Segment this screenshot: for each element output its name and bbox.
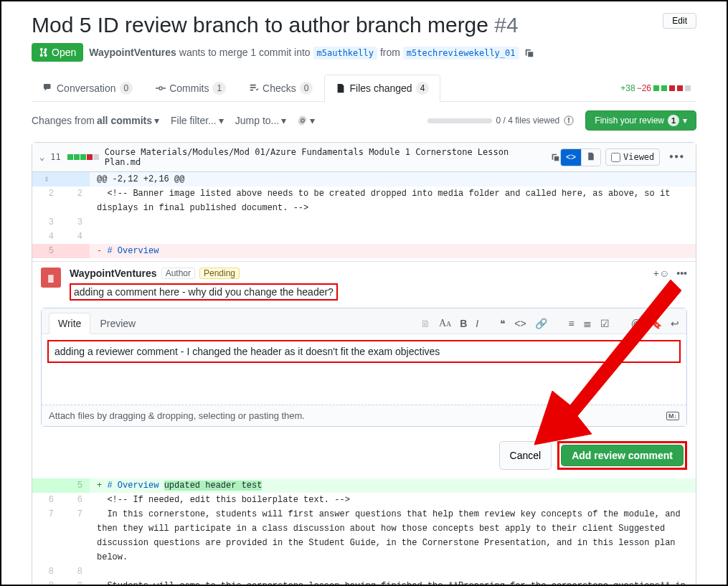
quote-icon[interactable]: ❝ bbox=[500, 318, 506, 329]
file-icon bbox=[587, 152, 595, 161]
copy-icon[interactable] bbox=[524, 48, 534, 58]
info-icon[interactable] bbox=[564, 115, 574, 126]
bullet-list-icon[interactable]: ≡ bbox=[569, 318, 575, 329]
write-tab[interactable]: Write bbox=[49, 313, 90, 334]
file-menu-button[interactable]: ••• bbox=[664, 149, 689, 165]
link-icon[interactable]: 🔗 bbox=[535, 318, 547, 329]
markdown-icon[interactable]: M↓ bbox=[666, 412, 679, 420]
file-path[interactable]: Course Materials/Modules/Mod 01/Azure Fu… bbox=[105, 147, 545, 167]
copy-icon[interactable] bbox=[551, 153, 560, 162]
tab-checks[interactable]: Checks0 bbox=[237, 75, 324, 101]
author-badge: Author bbox=[161, 268, 195, 279]
attach-files-bar[interactable]: Attach files by dragging & dropping, sel… bbox=[42, 405, 686, 426]
reference-icon[interactable]: ↩ bbox=[671, 318, 679, 329]
source-view-button[interactable]: <> bbox=[561, 149, 582, 166]
finish-review-button[interactable]: Finish your review1 ▾ bbox=[585, 110, 696, 131]
file-line-count: 11 bbox=[50, 152, 60, 162]
comment-menu-button[interactable]: ••• bbox=[676, 268, 687, 279]
comment-author[interactable]: WaypointVentures bbox=[70, 268, 157, 279]
tab-commits[interactable]: Commits1 bbox=[144, 75, 237, 101]
checklist-icon bbox=[249, 83, 259, 93]
existing-comment: adding a comment here - why did you chan… bbox=[70, 283, 338, 301]
bold-icon[interactable]: B bbox=[460, 318, 467, 329]
number-list-icon[interactable]: ≣ bbox=[583, 318, 592, 329]
pr-number: #4 bbox=[494, 13, 518, 37]
file-collapse-toggle[interactable]: ⌄ bbox=[39, 152, 44, 162]
comment-form: Write Preview 🗎 AA B I ❝ <> 🔗 ≡ ≣ ☑ @ bbox=[41, 308, 687, 427]
base-branch[interactable]: m5authkelly bbox=[313, 47, 377, 60]
svg-point-0 bbox=[159, 87, 162, 90]
preview-tab[interactable]: Preview bbox=[90, 313, 145, 334]
add-reaction-button[interactable]: +☺ bbox=[653, 268, 669, 279]
merge-description: WaypointVentures wants to merge 1 commit… bbox=[89, 47, 534, 58]
diff-settings-dropdown[interactable]: ▾ bbox=[298, 115, 315, 126]
head-branch[interactable]: m5techreviewekelly_01 bbox=[403, 47, 519, 60]
rendered-view-button[interactable] bbox=[582, 149, 600, 166]
attach-icon[interactable]: 🗎 bbox=[420, 318, 430, 329]
viewed-checkbox[interactable]: Viewed bbox=[605, 148, 660, 166]
files-viewed-progress: 0 / 4 files viewed bbox=[427, 115, 575, 126]
add-review-comment-button[interactable]: Add review comment bbox=[561, 445, 684, 466]
task-list-icon[interactable]: ☑ bbox=[600, 318, 610, 329]
pending-badge: Pending bbox=[199, 268, 240, 279]
mention-icon[interactable]: @ bbox=[631, 318, 641, 329]
code-icon[interactable]: <> bbox=[514, 318, 526, 329]
gear-icon bbox=[298, 115, 308, 126]
jump-to-dropdown[interactable]: Jump to... ▾ bbox=[235, 115, 286, 126]
cancel-button[interactable]: Cancel bbox=[499, 441, 552, 470]
diff-table: ⇕@@ -2,12 +2,16 @@ 22 <!-- Banner image … bbox=[32, 172, 696, 258]
avatar: ▓ bbox=[41, 268, 61, 288]
tab-conversation[interactable]: Conversation0 bbox=[32, 75, 144, 101]
state-badge: Open bbox=[32, 43, 83, 62]
comment-textarea[interactable]: adding a reviewer comment - I changed th… bbox=[47, 340, 681, 363]
file-diff-icon bbox=[336, 83, 346, 93]
changes-from-dropdown[interactable]: Changes from all commits ▾ bbox=[32, 115, 159, 126]
heading-icon[interactable]: AA bbox=[439, 318, 451, 329]
saved-reply-icon[interactable]: 🔖 bbox=[650, 318, 662, 329]
edit-button[interactable]: Edit bbox=[663, 13, 696, 29]
diff-view-toggle[interactable]: <> bbox=[560, 148, 601, 166]
tab-files-changed[interactable]: Files changed4 bbox=[324, 75, 440, 102]
italic-icon[interactable]: I bbox=[476, 318, 478, 329]
git-pull-request-icon bbox=[39, 47, 49, 57]
expand-hunk-icon[interactable]: ⇕ bbox=[32, 172, 61, 186]
comment-discussion-icon bbox=[43, 83, 53, 93]
pr-title: Mod 5 ID review branch to author branch … bbox=[32, 13, 519, 37]
file-filter-dropdown[interactable]: File filter... ▾ bbox=[171, 115, 224, 126]
git-commit-icon bbox=[156, 83, 166, 93]
diffstat: +38 −26 bbox=[620, 83, 691, 93]
file-diff-container: ⌄ 11 Course Materials/Modules/Mod 01/Azu… bbox=[32, 142, 696, 586]
